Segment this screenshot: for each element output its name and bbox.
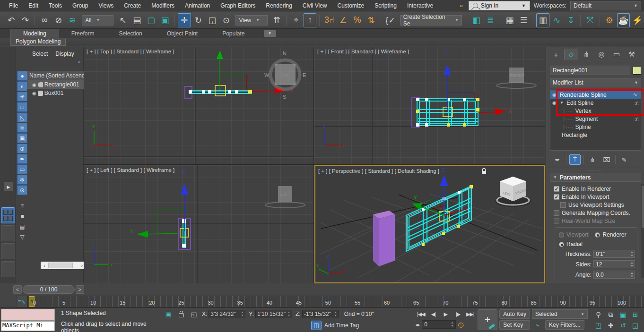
track-bar-ruler[interactable]: 0 05101520253035404550556065707580859095…	[27, 296, 644, 307]
radio-radial[interactable]: Radial	[559, 241, 583, 247]
menu-civil-view[interactable]: Civil View	[297, 0, 332, 11]
y-coordinate-field[interactable]: 1'10 15/32"▲▼	[255, 310, 292, 318]
explorer-row-rectangle001[interactable]: ◉Rectangle001	[27, 80, 87, 89]
render-setup-icon[interactable]: ⚙	[603, 13, 616, 27]
isolate-selection-icon[interactable]: ▣	[164, 309, 173, 319]
viewport-perspective-label[interactable]: [ + ] [ Perspective ] [ Standard ] [ Def…	[318, 168, 439, 174]
go-to-start-button[interactable]: |◀◀	[415, 309, 426, 319]
compass-south[interactable]: S	[283, 94, 286, 100]
viewcube-front-label[interactable]: FRONT	[510, 73, 524, 78]
lock-cell-editing-icon[interactable]: ≡	[17, 201, 27, 211]
viewport-layout-tab-active[interactable]	[1, 207, 15, 223]
scrollbar-thumb[interactable]	[48, 263, 73, 268]
key-mode-toggle-icon[interactable]: ◂▸	[415, 322, 420, 327]
spinner-field[interactable]: 0'1"▲▼	[593, 250, 635, 258]
display-shapes-icon[interactable]: ◐	[17, 81, 27, 91]
radio-viewport[interactable]: Viewport	[559, 231, 588, 238]
spinner-arrows[interactable]: ▲▼	[629, 272, 635, 278]
display-lights-icon[interactable]: ☀	[17, 92, 27, 102]
viewport-front-label[interactable]: [ + ] [ Front ] [ Standard ] [ Wireframe…	[317, 49, 409, 54]
pin-stack-icon[interactable]: ✒	[552, 154, 563, 165]
display-objects-icon[interactable]: ●	[17, 71, 27, 81]
ribbon-tab-object-paint[interactable]: Object Paint	[155, 29, 210, 38]
menu-views[interactable]: Views	[93, 0, 119, 11]
explorer-display-menu[interactable]: Display	[52, 50, 77, 58]
viewcube-3d[interactable]: LEFT FRONT	[495, 177, 531, 207]
menu-create[interactable]: Create	[119, 0, 146, 11]
stack-item-rectangle[interactable]: Rectangle	[550, 131, 641, 139]
object-color-swatch[interactable]	[633, 66, 641, 75]
stack-item-segment[interactable]: ┊····Segment:/:	[550, 115, 641, 123]
checkbox-enable-in-renderer[interactable]: ✓Enable In Renderer	[554, 186, 641, 192]
compass-east[interactable]: E	[303, 72, 306, 78]
display-xrefs-icon[interactable]: ⊕	[17, 144, 27, 153]
stack-item-spline[interactable]: ┊····Spline	[550, 123, 641, 131]
stack-item-edit-spline[interactable]: ◉▼Edit Spline:/:	[550, 99, 641, 107]
snaps-toggle-icon[interactable]: 3⑁	[322, 13, 336, 27]
bind-to-space-warp-icon[interactable]: ≋	[66, 13, 79, 27]
select-and-place-icon[interactable]: ⊙	[220, 13, 233, 27]
scroll-left-icon[interactable]: ‹	[41, 263, 48, 268]
select-and-scale-icon[interactable]: ◱	[206, 13, 219, 27]
tab-create[interactable]: +	[549, 49, 563, 60]
menu-animation[interactable]: Animation	[180, 0, 215, 11]
previous-frame-button[interactable]: ◀|	[427, 309, 439, 319]
viewport-top-label[interactable]: [ + ] [ Top ] [ Standard ] [ Wireframe ]	[87, 49, 174, 54]
select-by-name-icon[interactable]: ▤	[131, 13, 144, 27]
modifier-visibility-icon[interactable]: ◉	[552, 92, 558, 97]
rendered-frame-window-icon[interactable]: ☕	[617, 13, 630, 27]
expand-triangle-icon[interactable]: ▼	[560, 101, 565, 105]
display-containers-icon[interactable]: ▭	[17, 164, 27, 174]
viewport-layout-tab-3[interactable]	[1, 243, 15, 259]
viewport-left-label[interactable]: [ + ] [ Left ] [ Standard ] [ Wireframe …	[87, 167, 174, 173]
zoom-icon[interactable]: ⚲	[592, 309, 604, 320]
named-selection-set-dropdown[interactable]: Create Selection Se▼	[400, 15, 462, 26]
create-key-button[interactable]: +	[478, 309, 497, 330]
set-key-button[interactable]: Set Key	[499, 320, 530, 330]
explorer-select-menu[interactable]: Select	[29, 50, 51, 58]
selection-set-keying-dropdown[interactable]: Selected▼	[532, 309, 588, 319]
select-and-link-icon[interactable]: ∞	[38, 13, 51, 27]
undo-icon[interactable]: ↶	[5, 13, 18, 27]
tab-display[interactable]: ▭	[609, 49, 624, 60]
display-frozen-icon[interactable]: ❄	[17, 175, 27, 185]
selection-lock-toggle-icon[interactable]	[176, 309, 186, 319]
checkbox-icon[interactable]	[554, 218, 559, 224]
keyboard-shortcut-override-icon[interactable]: ↑	[304, 13, 317, 27]
angle-snap-toggle-icon[interactable]: ∠	[337, 13, 350, 27]
explorer-overflow-chevron[interactable]: »	[16, 59, 83, 64]
layer-explorer-toggle-icon[interactable]: ☰	[517, 13, 531, 27]
time-tag-cube-icon[interactable]: ◫	[311, 321, 322, 330]
tab-utilities[interactable]: ⚒	[625, 49, 639, 60]
object-name-field[interactable]: Rectangle001	[550, 66, 630, 75]
modifier-list-dropdown[interactable]: Modifier List ▼	[550, 78, 641, 87]
maxscript-macro-recorder[interactable]	[1, 309, 55, 321]
expand-panel-arrow-button[interactable]: ▶	[4, 182, 13, 191]
pan-view-icon[interactable]: ✚	[605, 320, 617, 331]
radio-renderer[interactable]: Renderer	[595, 231, 626, 238]
viewcube-left-label[interactable]: LEFT	[280, 192, 291, 196]
ribbon-minimize-dropdown[interactable]: ▼	[264, 30, 276, 37]
spinner-snap-toggle-icon[interactable]: ⇅	[365, 13, 378, 27]
menu-edit[interactable]: Edit	[23, 0, 44, 11]
command-panel-scrollbar[interactable]	[641, 184, 644, 278]
select-and-move-icon[interactable]: ✛	[178, 13, 191, 27]
visibility-eye-icon[interactable]: ◉	[32, 91, 36, 96]
go-to-end-button[interactable]: ▶▶|	[464, 309, 476, 319]
percent-snap-toggle-icon[interactable]: %	[351, 13, 364, 27]
checkbox-icon[interactable]	[560, 202, 566, 208]
redo-icon[interactable]: ↷	[19, 13, 32, 27]
maximize-viewport-toggle-icon[interactable]: ◱	[629, 320, 641, 331]
polygon-modeling-panel-tab[interactable]: Polygon Modeling	[10, 38, 66, 46]
previous-frame-arrow[interactable]: <	[13, 285, 22, 294]
checkbox-real-world-map-size[interactable]: Real-World Map Size	[554, 218, 641, 224]
zoom-all-icon[interactable]: ⧉	[605, 309, 617, 320]
render-production-icon[interactable]: ⚡	[631, 13, 644, 27]
modifier-visibility-icon[interactable]: ◉	[552, 100, 558, 105]
z-coordinate-field[interactable]: -1'3 15/32"▲▼	[302, 310, 339, 318]
checkbox-icon[interactable]: ✓	[554, 186, 559, 192]
schematic-view-icon[interactable]: ↧	[565, 13, 578, 27]
rectangular-selection-region-icon[interactable]: ▢	[145, 13, 158, 27]
align-icon[interactable]: ≣	[484, 13, 497, 27]
add-time-tag[interactable]: ◫ Add Time Tag	[311, 321, 359, 330]
